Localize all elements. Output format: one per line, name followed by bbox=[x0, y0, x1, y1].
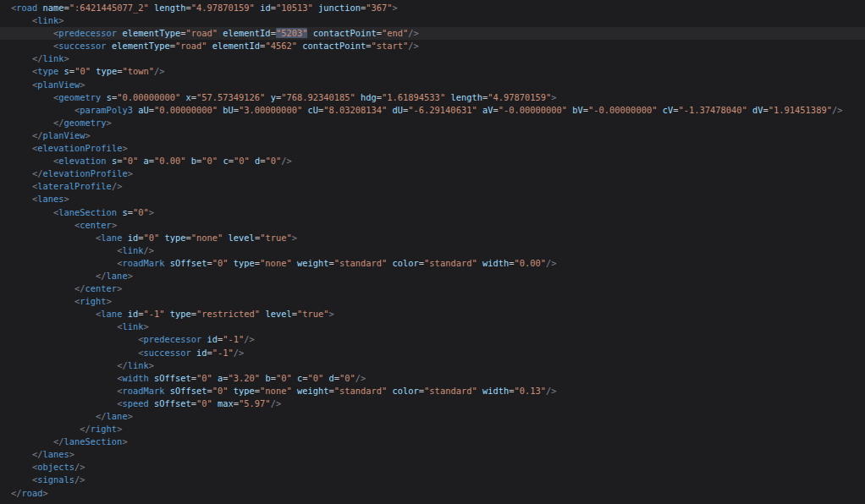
code-line[interactable]: <laneSection s="0"> bbox=[0, 206, 865, 219]
xml-punctuation: /> bbox=[408, 41, 419, 51]
code-line[interactable]: <width sOffset="0" a="3.20" b="0" c="0" … bbox=[0, 372, 865, 385]
code-line[interactable]: <road name=":6421445077_2" length="4.978… bbox=[0, 2, 865, 14]
code-line[interactable]: </laneSection> bbox=[0, 436, 865, 448]
code-line[interactable]: </lanes> bbox=[0, 448, 865, 461]
code-line[interactable]: </elevationProfile> bbox=[0, 167, 865, 180]
xml-tag-name: type bbox=[37, 66, 58, 76]
xml-attribute-name: id bbox=[128, 309, 139, 319]
xml-tag-name: width bbox=[122, 373, 148, 383]
whitespace bbox=[11, 449, 32, 459]
whitespace bbox=[11, 424, 80, 434]
xml-punctuation: /> bbox=[154, 66, 165, 76]
xml-attribute-value: "-1" bbox=[223, 334, 244, 344]
code-line[interactable]: <lateralProfile/> bbox=[0, 180, 865, 193]
xml-attribute-name: elementId bbox=[212, 41, 260, 51]
whitespace bbox=[11, 41, 53, 51]
xml-attribute-name: length bbox=[450, 92, 482, 102]
code-line[interactable]: <right> bbox=[0, 295, 865, 308]
xml-attribute-value: "3.20" bbox=[229, 373, 261, 383]
xml-code-editor[interactable]: <road name=":6421445077_2" length="4.978… bbox=[0, 0, 865, 504]
code-line[interactable]: </planView> bbox=[0, 129, 865, 142]
code-line[interactable]: </link> bbox=[0, 359, 865, 372]
xml-tag-name: roadMark bbox=[122, 258, 164, 268]
xml-tag-name: laneSection bbox=[64, 436, 123, 446]
xml-tag-name: signals bbox=[37, 474, 74, 485]
xml-attribute-value: "768.92340185" bbox=[281, 92, 355, 102]
xml-attribute-name: length bbox=[154, 3, 186, 13]
code-line[interactable]: <successor elementType="road" elementId=… bbox=[0, 40, 865, 52]
xml-punctuation: > bbox=[128, 168, 133, 178]
xml-attribute-value: "road" bbox=[175, 41, 207, 51]
xml-attribute-value: "0" bbox=[212, 258, 229, 268]
xml-tag-name: paramPoly3 bbox=[80, 105, 133, 115]
code-line[interactable]: <paramPoly3 aU="0.00000000" bU="3.000000… bbox=[0, 104, 865, 117]
xml-punctuation: > bbox=[107, 118, 112, 128]
xml-attribute-name: type bbox=[164, 233, 185, 243]
xml-punctuation: > bbox=[143, 321, 148, 331]
xml-punctuation: </ bbox=[32, 130, 43, 140]
xml-attribute-value: "1.61894533" bbox=[382, 92, 445, 102]
current-line[interactable]: <predecessor elementType="road" elementI… bbox=[0, 27, 865, 40]
code-line[interactable]: <link> bbox=[0, 320, 865, 333]
code-line[interactable]: <roadMark sOffset="0" type="none" weight… bbox=[0, 385, 865, 397]
code-line[interactable]: <objects/> bbox=[0, 461, 865, 474]
xml-tag-name: lane bbox=[107, 411, 128, 421]
xml-attribute-value: "0" bbox=[122, 156, 138, 166]
code-line[interactable]: <lane id="0" type="none" level="true"> bbox=[0, 232, 865, 244]
xml-punctuation: </ bbox=[32, 168, 43, 178]
code-line[interactable]: <signals/> bbox=[0, 474, 865, 486]
code-line[interactable]: <lanes> bbox=[0, 193, 865, 205]
xml-attribute-value: "367" bbox=[366, 3, 392, 13]
code-line[interactable]: </link> bbox=[0, 52, 865, 65]
xml-punctuation: /> bbox=[546, 258, 557, 268]
code-line[interactable]: <geometry s="0.00000000" x="57.57349126"… bbox=[0, 91, 865, 104]
xml-attribute-value: "4.97870159" bbox=[488, 92, 551, 102]
xml-attribute-value: "end" bbox=[382, 28, 408, 38]
xml-punctuation: > bbox=[128, 411, 133, 421]
xml-punctuation: > bbox=[117, 424, 122, 434]
whitespace bbox=[11, 194, 32, 204]
code-line[interactable]: <predecessor id="-1"/> bbox=[0, 333, 865, 346]
xml-punctuation: > bbox=[58, 15, 63, 25]
xml-punctuation: > bbox=[107, 296, 112, 306]
xml-punctuation: /> bbox=[74, 474, 85, 485]
xml-attribute-name: cV bbox=[663, 105, 674, 115]
whitespace bbox=[11, 181, 32, 191]
xml-attribute-value: "4.97870159" bbox=[191, 3, 255, 13]
xml-attribute-value: "4562" bbox=[265, 41, 297, 51]
xml-punctuation: > bbox=[43, 488, 48, 498]
xml-punctuation: </ bbox=[96, 271, 107, 281]
xml-attribute-name: name bbox=[43, 3, 64, 13]
code-line[interactable]: <center> bbox=[0, 219, 865, 232]
xml-tag-name: link bbox=[43, 53, 64, 63]
whitespace bbox=[11, 105, 74, 115]
xml-punctuation: /> bbox=[143, 245, 154, 255]
code-line[interactable]: <successor id="-1"/> bbox=[0, 347, 865, 359]
xml-attribute-name: weight bbox=[297, 258, 329, 268]
code-line[interactable]: <lane id="-1" type="restricted" level="t… bbox=[0, 308, 865, 320]
whitespace bbox=[11, 373, 117, 383]
code-line[interactable]: </road> bbox=[0, 487, 865, 500]
code-line[interactable]: <link> bbox=[0, 14, 865, 27]
code-line[interactable]: </center> bbox=[0, 282, 865, 295]
code-line[interactable]: </right> bbox=[0, 423, 865, 436]
code-line[interactable]: <link/> bbox=[0, 244, 865, 257]
xml-attribute-value: "5.97" bbox=[239, 398, 271, 408]
code-line[interactable]: <elevationProfile> bbox=[0, 142, 865, 155]
code-line[interactable]: </lane> bbox=[0, 410, 865, 423]
code-line[interactable]: </geometry> bbox=[0, 117, 865, 129]
code-line[interactable]: <roadMark sOffset="0" type="none" weight… bbox=[0, 257, 865, 270]
code-line[interactable]: <planView> bbox=[0, 79, 865, 91]
code-line[interactable]: <elevation s="0" a="0.00" b="0" c="0" d=… bbox=[0, 155, 865, 167]
whitespace bbox=[11, 245, 117, 255]
code-line[interactable]: </lane> bbox=[0, 270, 865, 282]
code-line[interactable]: <type s="0" type="town"/> bbox=[0, 65, 865, 78]
xml-attribute-name: id bbox=[196, 348, 207, 358]
code-line[interactable]: <speed sOffset="0" max="5.97"/> bbox=[0, 397, 865, 410]
xml-attribute-name: type bbox=[234, 258, 255, 268]
whitespace bbox=[11, 258, 117, 268]
xml-tag-name: predecessor bbox=[58, 28, 117, 38]
xml-attribute-value: "0.00000000" bbox=[154, 105, 218, 115]
xml-punctuation: </ bbox=[32, 449, 43, 459]
xml-punctuation: > bbox=[328, 309, 333, 319]
